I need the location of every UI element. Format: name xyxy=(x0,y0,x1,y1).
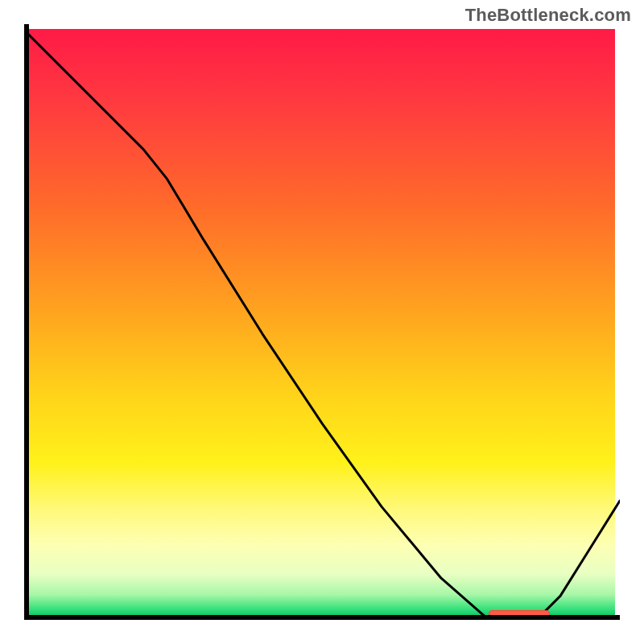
optimum-marker xyxy=(489,610,550,618)
chart-root: { "attribution": "TheBottleneck.com", "c… xyxy=(0,0,644,644)
attribution-text: TheBottleneck.com xyxy=(465,5,631,26)
curve-svg xyxy=(24,24,620,620)
bottleneck-curve-path xyxy=(24,30,620,620)
plot-area xyxy=(24,24,620,620)
